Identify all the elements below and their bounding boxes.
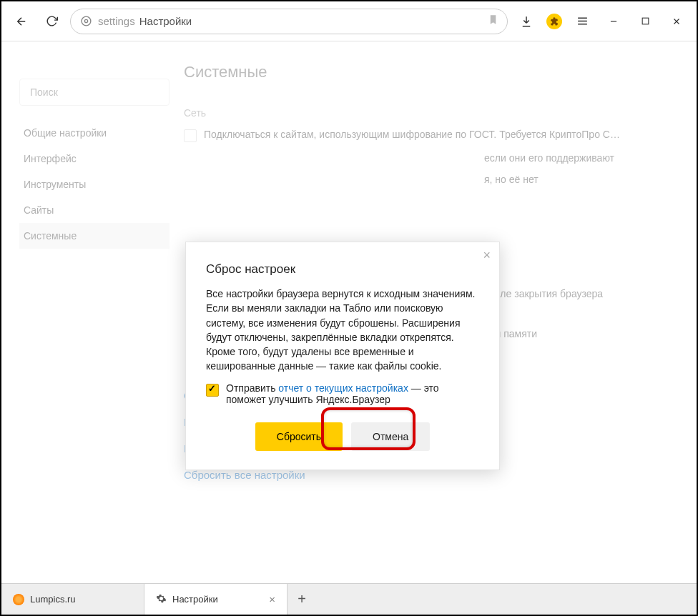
tab-label: Lumpics.ru [30,594,76,605]
tab-label: Настройки [172,594,218,605]
downloads-button[interactable] [515,10,538,33]
extension-icon[interactable] [546,14,562,29]
sidebar-item-sites[interactable]: Сайты [19,197,169,223]
minimize-button[interactable] [602,10,625,33]
close-tab-icon[interactable]: × [255,593,275,605]
setting-text-fragment: если они его поддерживают [484,152,679,164]
page-title: Системные [184,63,679,81]
setting-text-fragment: ной памяти [484,328,679,339]
dialog-title: Сброс настроек [206,262,479,277]
content-area: Поиск Общие настройки Интерфейс Инструме… [1,41,697,570]
sidebar-item-system[interactable]: Системные [19,223,169,249]
send-report-checkbox[interactable]: Отправить отчет о текущих настройках — э… [206,382,479,405]
close-icon[interactable]: × [483,248,491,263]
browser-toolbar: settings Настройки [1,1,697,41]
reload-button[interactable] [40,10,63,33]
checkbox-icon [184,129,197,142]
new-tab-button[interactable]: + [287,584,316,615]
menu-button[interactable] [571,10,594,33]
setting-text-fragment: после закрытия браузера [484,288,679,299]
cancel-button[interactable]: Отмена [351,422,430,451]
reset-button[interactable]: Сбросить [255,422,343,451]
tab-lumpics[interactable]: Lumpics.ru [1,584,144,615]
tab-settings[interactable]: Настройки × [144,584,287,615]
sidebar-item-tools[interactable]: Инструменты [19,172,169,197]
link-reset-all[interactable]: Сбросить все настройки [184,469,679,481]
report-link[interactable]: отчет о текущих настройках [278,382,408,394]
svg-point-0 [82,16,91,26]
reset-settings-dialog: × Сброс настроек Все настройки браузера … [185,242,500,470]
sidebar-item-general[interactable]: Общие настройки [19,120,169,146]
close-window-button[interactable] [665,10,688,33]
address-text: settings Настройки [98,15,482,27]
sidebar-search[interactable]: Поиск [19,79,169,106]
tab-favicon [13,594,24,605]
svg-point-1 [84,19,87,22]
checkbox-label: Отправить отчет о текущих настройках — э… [226,382,479,405]
dialog-body-text: Все настройки браузера вернутся к исходн… [206,287,479,374]
site-icon [79,15,92,28]
settings-sidebar: Поиск Общие настройки Интерфейс Инструме… [19,63,169,495]
svg-rect-2 [642,18,649,24]
checkbox-gost[interactable]: Подключаться к сайтам, использующим шифр… [184,129,679,142]
checkbox-icon [206,384,219,397]
maximize-button[interactable] [634,10,657,33]
address-bar[interactable]: settings Настройки [70,9,508,34]
gear-icon [156,593,167,606]
sidebar-item-interface[interactable]: Интерфейс [19,146,169,172]
back-button[interactable] [10,10,33,33]
toolbar-right-group [515,10,688,33]
tab-bar: Lumpics.ru Настройки × + [1,583,697,615]
dialog-button-row: Сбросить Отмена [206,422,479,451]
bookmark-icon[interactable] [488,14,498,28]
section-network-title: Сеть [184,107,679,119]
setting-text-fragment: я, но её нет [484,174,679,185]
